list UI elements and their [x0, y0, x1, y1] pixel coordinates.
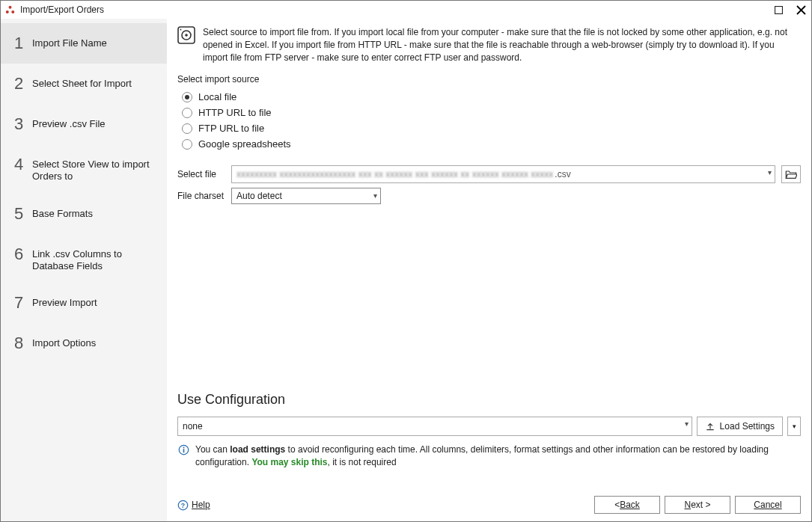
- maximize-button[interactable]: [771, 2, 786, 17]
- cancel-button[interactable]: Cancel: [735, 496, 801, 514]
- back-button[interactable]: < Back: [594, 496, 660, 514]
- svg-point-0: [8, 5, 11, 8]
- svg-rect-3: [775, 6, 782, 13]
- load-settings-split[interactable]: ▾: [787, 417, 801, 436]
- app-icon: [4, 4, 16, 16]
- content-panel: Select source to import file from. If yo…: [167, 19, 811, 521]
- radio-icon: [182, 123, 192, 134]
- radio-http-url[interactable]: HTTP URL to file: [182, 105, 801, 120]
- close-button[interactable]: [793, 2, 808, 17]
- titlebar: Import/Export Orders: [1, 1, 811, 19]
- import-source-group: Local file HTTP URL to file FTP URL to f…: [182, 89, 801, 152]
- disk-icon: [177, 26, 195, 44]
- charset-select[interactable]: Auto detect ▾: [231, 188, 381, 204]
- step-import-file-name[interactable]: 1 Import File Name: [1, 23, 167, 64]
- step-select-sheet[interactable]: 2 Select Sheet for Import: [1, 64, 167, 104]
- next-button[interactable]: Next >: [665, 496, 730, 514]
- step-link-columns[interactable]: 6 Link .csv Columns to Database Fields: [1, 234, 167, 283]
- step-preview-import[interactable]: 7 Preview Import: [1, 283, 167, 323]
- upload-icon: [705, 421, 715, 432]
- svg-rect-12: [183, 449, 184, 452]
- radio-ftp-url[interactable]: FTP URL to file: [182, 120, 801, 136]
- svg-text:?: ?: [181, 501, 185, 509]
- svg-point-8: [185, 34, 188, 37]
- svg-point-11: [183, 446, 184, 448]
- svg-point-9: [180, 29, 182, 31]
- svg-point-1: [5, 10, 8, 13]
- wizard-sidebar: 1 Import File Name 2 Select Sheet for Im…: [1, 19, 167, 521]
- chevron-down-icon[interactable]: ▾: [685, 420, 689, 428]
- config-heading: Use Configuration: [177, 392, 801, 408]
- step-preview-csv[interactable]: 3 Preview .csv File: [1, 104, 167, 144]
- radio-icon: [182, 92, 192, 102]
- radio-icon: [182, 139, 192, 150]
- window-title: Import/Export Orders: [20, 4, 771, 15]
- source-label: Select import source: [177, 74, 801, 85]
- chevron-down-icon[interactable]: ▾: [373, 191, 377, 200]
- load-settings-button[interactable]: Load Settings: [697, 417, 783, 436]
- step-select-store-view[interactable]: 4 Select Store View to import Orders to: [1, 144, 167, 194]
- file-path-input[interactable]: xxxxxxxxx xxxxxxxxxxxxxxxxx xxx xx xxxxx…: [231, 165, 775, 183]
- browse-button[interactable]: [781, 165, 801, 183]
- radio-google-sheets[interactable]: Google spreadsheets: [182, 136, 801, 152]
- svg-point-2: [11, 10, 14, 13]
- radio-local-file[interactable]: Local file: [182, 89, 801, 105]
- step-base-formats[interactable]: 5 Base Formats: [1, 194, 167, 234]
- select-file-label: Select file: [177, 169, 225, 179]
- info-icon: [177, 443, 189, 455]
- config-hint: You can load settings to avoid reconfigu…: [177, 440, 801, 491]
- help-link[interactable]: ? Help: [177, 500, 210, 511]
- chevron-down-icon[interactable]: ▾: [768, 168, 772, 176]
- intro-text: Select source to import file from. If yo…: [203, 26, 801, 64]
- step-import-options[interactable]: 8 Import Options: [1, 323, 167, 363]
- radio-icon: [182, 108, 192, 118]
- charset-label: File charset: [177, 191, 225, 201]
- help-icon: ?: [177, 500, 189, 511]
- config-select[interactable]: none ▾: [177, 417, 692, 436]
